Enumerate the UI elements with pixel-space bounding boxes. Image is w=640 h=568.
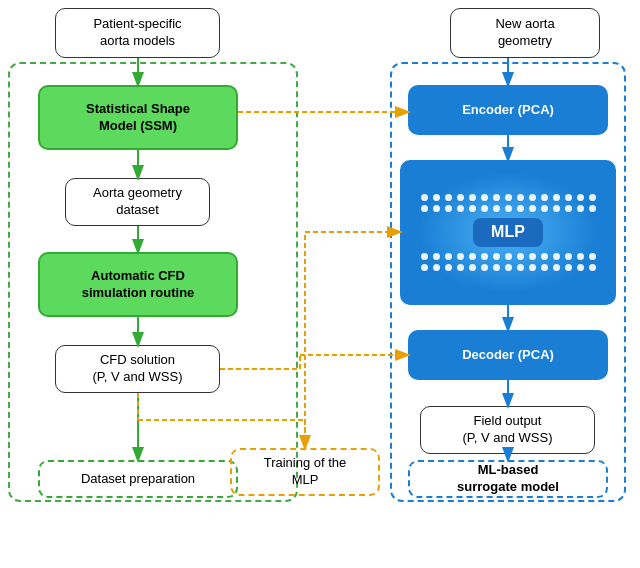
mlp-dot — [481, 205, 488, 212]
mlp-dot — [433, 253, 440, 260]
mlp-dot — [553, 205, 560, 212]
mlp-dot — [553, 264, 560, 271]
ml-surrogate-box: ML-based surrogate model — [408, 460, 608, 498]
mlp-dot — [577, 205, 584, 212]
mlp-dots: MLP — [402, 162, 614, 303]
field-output-label: Field output (P, V and WSS) — [462, 413, 552, 447]
mlp-dot — [541, 253, 548, 260]
mlp-dot — [589, 264, 596, 271]
decoder-box: Decoder (PCA) — [408, 330, 608, 380]
mlp-box: MLP — [400, 160, 616, 305]
new-aorta-box: New aorta geometry — [450, 8, 600, 58]
mlp-dot — [421, 205, 428, 212]
mlp-dot — [589, 205, 596, 212]
mlp-dot — [517, 253, 524, 260]
cfd-routine-label: Automatic CFD simulation routine — [82, 268, 195, 302]
mlp-dot — [457, 205, 464, 212]
mlp-dot — [433, 205, 440, 212]
mlp-dot — [493, 194, 500, 201]
mlp-dot — [457, 253, 464, 260]
mlp-dot — [481, 264, 488, 271]
mlp-dot — [493, 264, 500, 271]
cfd-solution-label: CFD solution (P, V and WSS) — [92, 352, 182, 386]
mlp-dot — [589, 194, 596, 201]
ssm-label: Statistical Shape Model (SSM) — [86, 101, 190, 135]
mlp-dot — [457, 264, 464, 271]
mlp-dot — [541, 194, 548, 201]
mlp-dot — [541, 264, 548, 271]
mlp-row-3 — [421, 253, 596, 260]
mlp-row-1 — [421, 194, 596, 201]
mlp-dot — [445, 205, 452, 212]
mlp-dot — [505, 205, 512, 212]
mlp-dot — [433, 194, 440, 201]
mlp-dot — [421, 194, 428, 201]
dataset-prep-box: Dataset preparation — [38, 460, 238, 498]
new-aorta-label: New aorta geometry — [495, 16, 554, 50]
mlp-dot — [469, 205, 476, 212]
mlp-dot — [493, 253, 500, 260]
mlp-dot — [565, 264, 572, 271]
mlp-dot — [457, 194, 464, 201]
mlp-dot — [481, 253, 488, 260]
mlp-dot — [505, 253, 512, 260]
training-mlp-label: Training of the MLP — [264, 455, 347, 489]
mlp-dot — [493, 205, 500, 212]
mlp-dot — [529, 205, 536, 212]
mlp-dot — [529, 264, 536, 271]
mlp-dot — [541, 205, 548, 212]
training-mlp-box: Training of the MLP — [230, 448, 380, 496]
mlp-dot — [469, 253, 476, 260]
mlp-dot — [433, 264, 440, 271]
dataset-prep-label: Dataset preparation — [81, 471, 195, 488]
encoder-box: Encoder (PCA) — [408, 85, 608, 135]
mlp-dot — [565, 253, 572, 260]
mlp-dot — [505, 194, 512, 201]
mlp-label: MLP — [491, 223, 525, 240]
mlp-dot — [421, 264, 428, 271]
mlp-row-2 — [421, 205, 596, 212]
mlp-dot — [517, 194, 524, 201]
mlp-dot — [469, 194, 476, 201]
field-output-box: Field output (P, V and WSS) — [420, 406, 595, 454]
mlp-dot — [589, 253, 596, 260]
mlp-dot — [517, 205, 524, 212]
mlp-dot — [565, 205, 572, 212]
ssm-box: Statistical Shape Model (SSM) — [38, 85, 238, 150]
mlp-dot — [577, 253, 584, 260]
patient-models-label: Patient-specific aorta models — [93, 16, 181, 50]
mlp-row-4 — [421, 264, 596, 271]
mlp-dot — [565, 194, 572, 201]
cfd-routine-box: Automatic CFD simulation routine — [38, 252, 238, 317]
aorta-dataset-box: Aorta geometry dataset — [65, 178, 210, 226]
mlp-dot — [517, 264, 524, 271]
mlp-dot — [553, 194, 560, 201]
mlp-dot — [505, 264, 512, 271]
ml-surrogate-label: ML-based surrogate model — [457, 462, 559, 496]
mlp-dot — [577, 264, 584, 271]
mlp-dot — [481, 194, 488, 201]
cfd-solution-box: CFD solution (P, V and WSS) — [55, 345, 220, 393]
mlp-inner-box: MLP — [473, 218, 543, 247]
decoder-label: Decoder (PCA) — [462, 347, 554, 364]
mlp-dot — [529, 253, 536, 260]
mlp-dot — [445, 194, 452, 201]
mlp-dot — [529, 194, 536, 201]
mlp-dot — [469, 264, 476, 271]
mlp-dot — [445, 253, 452, 260]
mlp-dot — [445, 264, 452, 271]
patient-models-box: Patient-specific aorta models — [55, 8, 220, 58]
aorta-dataset-label: Aorta geometry dataset — [93, 185, 182, 219]
mlp-dot — [577, 194, 584, 201]
encoder-label: Encoder (PCA) — [462, 102, 554, 119]
mlp-dot — [421, 253, 428, 260]
mlp-dot — [553, 253, 560, 260]
diagram: Patient-specific aorta models Statistica… — [0, 0, 640, 568]
